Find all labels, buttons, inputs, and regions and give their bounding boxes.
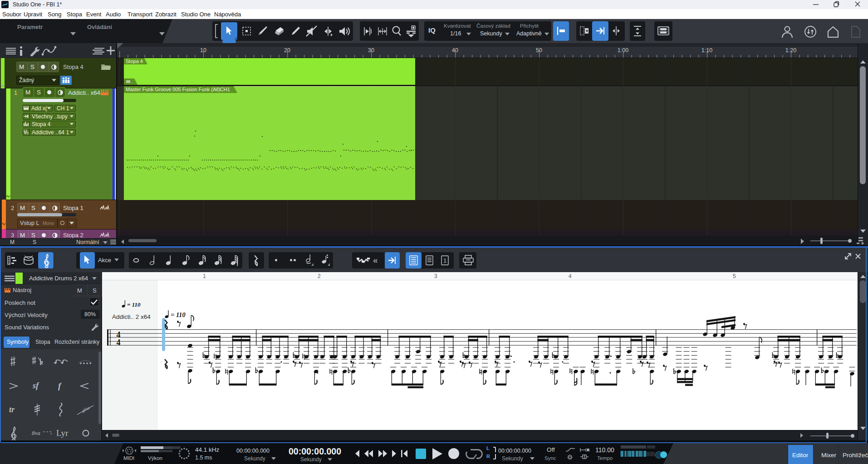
svg-text:4: 4 (117, 338, 121, 347)
svg-text:= 110: = 110 (171, 311, 185, 318)
svg-text:Addicti.. 2 x64: Addicti.. 2 x64 (112, 313, 151, 320)
svg-text:gliss: gliss (81, 405, 90, 413)
svg-text:1: 1 (443, 258, 446, 264)
svg-text:= 110: = 110 (127, 301, 141, 308)
